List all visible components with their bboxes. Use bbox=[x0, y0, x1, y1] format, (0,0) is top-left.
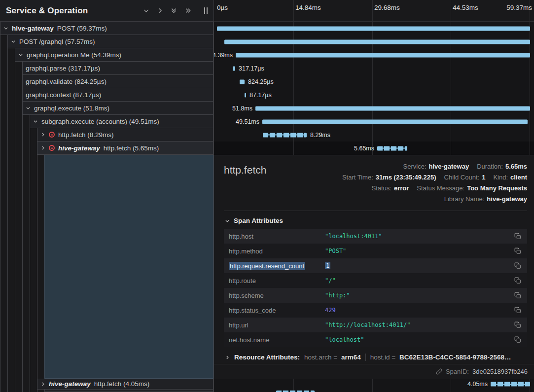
tree-guide-line bbox=[15, 102, 15, 115]
tree-guide-line bbox=[0, 128, 0, 142]
copy-icon[interactable] bbox=[513, 306, 522, 315]
span-bar[interactable] bbox=[255, 106, 530, 110]
attribute-value: 1 bbox=[325, 262, 509, 269]
span-id-value: 3de02518937fb246 bbox=[472, 368, 528, 375]
copy-icon[interactable] bbox=[513, 321, 522, 329]
span-tree-item[interactable]: hive-gatewayhttp.fetch (5.65ms) bbox=[37, 142, 214, 155]
attribute-row[interactable]: http.request.resend_count1 bbox=[224, 258, 527, 273]
ruler-tick-label: 0µs bbox=[217, 4, 228, 11]
span-bar[interactable] bbox=[245, 93, 246, 97]
span-tree-item[interactable] bbox=[44, 390, 214, 392]
copy-icon[interactable] bbox=[513, 232, 522, 241]
highlighted-text: 1 bbox=[325, 262, 330, 269]
chevron-right-icon[interactable] bbox=[40, 145, 45, 150]
attribute-row[interactable]: net.host.name"localhost" bbox=[224, 332, 527, 347]
link-icon[interactable] bbox=[436, 368, 442, 375]
span-bar[interactable] bbox=[236, 53, 530, 57]
attribute-row[interactable]: http.url"http://localhost:4011/" bbox=[224, 318, 527, 332]
copy-icon[interactable] bbox=[513, 276, 522, 285]
copy-icon[interactable] bbox=[513, 261, 522, 270]
chevron-right-icon[interactable] bbox=[157, 7, 163, 14]
tree-guide-line bbox=[15, 88, 15, 102]
tree-guide-line bbox=[0, 88, 0, 102]
meta-key: Duration: bbox=[477, 163, 503, 170]
span-tree-item[interactable]: graphql.execute (51.8ms) bbox=[22, 102, 214, 115]
chevron-right-icon[interactable] bbox=[40, 382, 45, 387]
span-tree-item[interactable]: POST /graphql (57.57ms) bbox=[7, 35, 214, 48]
panel-resize-handle[interactable] bbox=[204, 7, 208, 14]
copy-icon[interactable] bbox=[513, 291, 522, 300]
meta-value: hive-gateway bbox=[487, 195, 527, 203]
span-duration-label: 317.17µs bbox=[239, 65, 264, 72]
span-tree-item[interactable]: hive-gatewayhttp.fetch (4.05ms) bbox=[37, 379, 214, 390]
attribute-key: http.scheme bbox=[229, 292, 325, 299]
attribute-key: http.host bbox=[229, 233, 325, 240]
chevron-down-icon[interactable] bbox=[33, 119, 38, 124]
span-duration-label: 87.17µs bbox=[249, 92, 272, 99]
span-meta-line: Service:hive-gatewayDuration:5.65ms bbox=[342, 161, 527, 172]
double-chevron-down-icon[interactable] bbox=[171, 7, 177, 14]
attribute-row[interactable]: http.route"/" bbox=[224, 273, 527, 288]
attribute-row[interactable]: http.host"localhost:4011" bbox=[224, 229, 527, 244]
span-meta-line: Start Time:31ms (23:35:49.225)Child Coun… bbox=[342, 172, 527, 183]
timeline-cell bbox=[214, 390, 534, 392]
tree-guide-line bbox=[7, 142, 8, 155]
meta-value: client bbox=[510, 174, 527, 181]
span-bar[interactable] bbox=[224, 39, 530, 44]
span-row: hive-gatewayPOST (59.37ms) bbox=[0, 22, 534, 35]
span-bar[interactable] bbox=[263, 133, 307, 137]
meta-value: 31ms (23:35:49.225) bbox=[376, 174, 436, 181]
tree-guide-line bbox=[7, 115, 8, 128]
chevron-right-icon[interactable] bbox=[40, 132, 45, 137]
attribute-row[interactable]: http.status_code429 bbox=[224, 303, 527, 318]
span-id-line: SpanID: 3de02518937fb246 bbox=[214, 364, 534, 379]
span-attributes-toggle[interactable]: Span Attributes bbox=[225, 217, 527, 224]
chevron-down-icon[interactable] bbox=[143, 7, 149, 14]
chevron-down-icon[interactable] bbox=[3, 26, 8, 31]
meta-key: Library Name: bbox=[444, 195, 485, 203]
span-operation-label: graphql.operation Me (54.39ms) bbox=[27, 51, 121, 59]
highlighted-text: http.request.resend_count bbox=[229, 262, 305, 270]
tree-guide-line bbox=[7, 48, 8, 62]
span-duration-label: 4.05ms bbox=[467, 381, 488, 388]
chevron-down-icon[interactable] bbox=[26, 106, 31, 110]
span-bar[interactable] bbox=[217, 26, 530, 31]
meta-value: 5.65ms bbox=[505, 163, 527, 170]
span-tree-item[interactable]: graphql.operation Me (54.39ms) bbox=[15, 48, 214, 62]
copy-icon[interactable] bbox=[513, 335, 522, 344]
resource-key: host.id = bbox=[370, 354, 397, 361]
attribute-row[interactable]: http.method"POST" bbox=[224, 244, 527, 258]
chevron-down-icon[interactable] bbox=[18, 52, 23, 57]
attribute-row[interactable]: http.scheme"http:" bbox=[224, 288, 527, 303]
timeline-cell: 51.8ms bbox=[214, 102, 534, 115]
span-bar[interactable] bbox=[240, 79, 245, 84]
span-tree-item[interactable]: graphql.validate (824.25µs) bbox=[22, 75, 214, 88]
span-bar[interactable] bbox=[233, 66, 235, 71]
expanded-span-region[interactable] bbox=[44, 155, 214, 379]
chevron-down-icon[interactable] bbox=[11, 39, 16, 44]
span-tree-item[interactable]: subgraph.execute (accounts) (49.51ms) bbox=[30, 115, 214, 128]
timeline-cell: 49.51ms bbox=[214, 115, 534, 128]
span-row: POST /graphql (57.57ms) bbox=[0, 35, 534, 48]
span-tree-item[interactable]: graphql.parse (317.17µs) bbox=[22, 62, 214, 75]
copy-icon[interactable] bbox=[513, 247, 522, 255]
span-tree-item[interactable]: graphql.context (87.17µs) bbox=[22, 88, 214, 102]
error-icon bbox=[49, 132, 55, 138]
tree-guide-line bbox=[22, 142, 23, 155]
span-operation-label: graphql.parse (317.17µs) bbox=[26, 65, 100, 72]
double-chevron-right-icon[interactable] bbox=[184, 7, 192, 14]
span-service-name: hive-gateway bbox=[58, 144, 100, 152]
resource-attributes-toggle[interactable]: Resource Attributes: host.arch = arm64ho… bbox=[225, 354, 527, 361]
span-bar[interactable] bbox=[262, 119, 528, 124]
span-meta-pair: Start Time:31ms (23:35:49.225) bbox=[342, 174, 436, 181]
span-row: subgraph.execute (accounts) (49.51ms)49.… bbox=[0, 115, 534, 128]
meta-value: hive-gateway bbox=[429, 163, 469, 170]
span-duration-label: 824.25µs bbox=[248, 78, 274, 85]
span-bar[interactable] bbox=[377, 146, 407, 150]
span-row bbox=[0, 390, 534, 392]
span-meta-pair: Kind:client bbox=[493, 174, 527, 181]
span-bar[interactable] bbox=[491, 382, 530, 387]
attribute-key: http.method bbox=[229, 248, 325, 255]
span-tree-item[interactable]: http.fetch (8.29ms) bbox=[37, 128, 214, 142]
span-tree-item[interactable]: hive-gatewayPOST (59.37ms) bbox=[0, 22, 214, 35]
